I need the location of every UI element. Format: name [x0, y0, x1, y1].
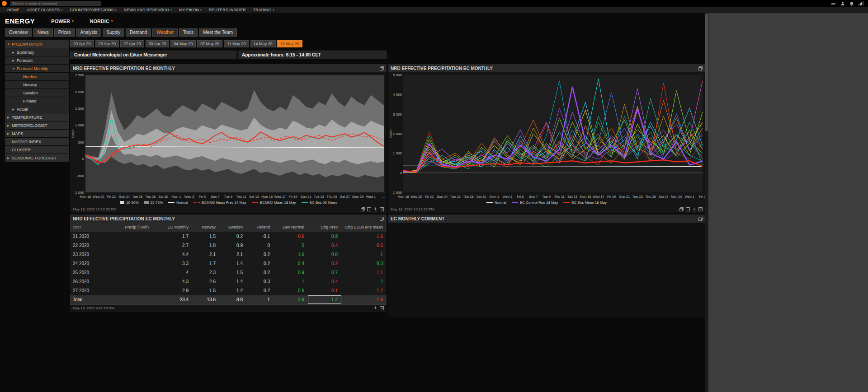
- tab-supply[interactable]: Supply: [103, 28, 125, 37]
- tab-meet-the-team[interactable]: Meet the Team: [199, 28, 237, 37]
- column-header-norway[interactable]: Norway: [192, 223, 219, 232]
- comment-panel: EC MONTHLY COMMENT: [388, 215, 705, 317]
- timestamp: May 18, 2020 10:13:25 PM: [73, 207, 116, 211]
- power-menu[interactable]: POWER▾: [51, 19, 73, 24]
- nordic-menu[interactable]: NORDIC▾: [90, 19, 113, 24]
- table-cell: -1.6: [341, 232, 387, 241]
- sidebar-item-label: TEMPERATURE: [12, 115, 42, 120]
- svg-text:1 500: 1 500: [75, 107, 85, 111]
- sidebar-item-meteorologist[interactable]: ▶METEOROLOGIST: [5, 121, 69, 129]
- menu-item-asset-classes[interactable]: ASSET CLASSES▾: [23, 8, 66, 12]
- sidebar-item-summary[interactable]: ▶Summary: [5, 48, 69, 56]
- popout-icon[interactable]: [380, 66, 384, 70]
- column-header-dev-normal[interactable]: Dev Normal: [274, 223, 308, 232]
- tab-analysis[interactable]: Analysis: [76, 28, 101, 37]
- svg-text:i: i: [369, 208, 370, 211]
- tab-demand[interactable]: Demand: [126, 28, 151, 37]
- column-header-ec-monthly[interactable]: EC Monthly: [152, 223, 192, 232]
- date-button-18-may-20[interactable]: 18 May 20: [277, 40, 303, 47]
- table-cell: 1.2: [308, 295, 341, 304]
- panel-columns: NRD EFFECTIVE PRECIPITATION EC MONTHLY -…: [70, 64, 705, 317]
- download-icon[interactable]: [692, 207, 696, 211]
- legend-label: Normal: [495, 201, 506, 205]
- column-header-precip-twh[interactable]: Precip (TWh): [109, 223, 152, 232]
- signal-icon[interactable]: [859, 1, 863, 5]
- date-button-23-apr-20[interactable]: 23 Apr 20: [95, 40, 119, 47]
- notifications-icon[interactable]: [849, 1, 854, 6]
- sidebar-item-seasonal-forecast[interactable]: ▶SEASONAL FORECAST: [5, 154, 69, 162]
- sidebar-item-forecast-monthly[interactable]: ▼Forecast Monthly: [5, 65, 69, 72]
- table-cell: 1.6: [274, 250, 308, 259]
- menu-item-my-eikon[interactable]: MY EIKON▾: [175, 8, 205, 12]
- date-button-27-apr-20[interactable]: 27 Apr 20: [120, 40, 144, 47]
- menu-item-home[interactable]: HOME: [4, 8, 23, 12]
- menu-item-reuters-insider[interactable]: REUTERS INSIDER: [205, 8, 250, 12]
- sidebar-item-norway[interactable]: Norway: [5, 81, 69, 89]
- legend-label: 25-75%: [151, 201, 163, 205]
- popout-icon[interactable]: [380, 217, 384, 221]
- svg-text:Wed 3: Wed 3: [184, 195, 194, 199]
- svg-text:Tue 9: Tue 9: [542, 195, 551, 199]
- column-header-cest[interactable]: CEST: [70, 223, 109, 232]
- info-icon[interactable]: i: [367, 207, 371, 211]
- sidebar-item-forecast[interactable]: ▶Forecast: [5, 56, 69, 64]
- menu-icon[interactable]: [831, 1, 836, 5]
- tab-news[interactable]: News: [33, 28, 53, 37]
- menu-item-countries-regions[interactable]: COUNTRIES/REGIONS▾: [66, 8, 120, 12]
- info-icon[interactable]: i: [686, 207, 690, 211]
- export-icon[interactable]: [679, 207, 684, 211]
- svg-text:Wed 3: Wed 3: [503, 195, 513, 199]
- download-icon[interactable]: [373, 306, 377, 310]
- date-button-30-apr-20[interactable]: 30 Apr 20: [146, 40, 170, 47]
- table-cell: -0.1: [308, 286, 341, 295]
- date-button-14-may-20[interactable]: 14 May 20: [250, 40, 276, 47]
- table-cell: 26 2020: [70, 277, 109, 286]
- sidebar-item-actual[interactable]: ▶Actual: [5, 105, 69, 113]
- sidebar-item-nao-ao-index[interactable]: NAO/AO INDEX: [5, 138, 69, 145]
- top-command-bar: [0, 0, 868, 7]
- table-cell: -1.6: [341, 295, 387, 304]
- scrollbar-thumb[interactable]: [705, 14, 708, 131]
- tab-weather[interactable]: Weather: [152, 28, 178, 37]
- tab-tools[interactable]: Tools: [179, 28, 198, 37]
- tab-prices[interactable]: Prices: [54, 28, 75, 37]
- legend-label: ECMND Mean Prev 14 May: [202, 201, 246, 205]
- popout-icon[interactable]: [698, 217, 703, 221]
- legend-label: 10-90%: [126, 201, 139, 205]
- profile-icon[interactable]: [840, 1, 845, 6]
- search-input[interactable]: [10, 1, 101, 6]
- legend-item: ECMND Mean Prev 14 May: [193, 201, 246, 205]
- sidebar-item-maps[interactable]: ▶MAPS: [5, 130, 69, 137]
- date-button-11-may-20[interactable]: 11 May 20: [224, 40, 249, 47]
- sidebar-item-label: Actual: [17, 107, 28, 112]
- excel-export-icon[interactable]: [380, 207, 384, 211]
- export-icon[interactable]: [361, 207, 365, 211]
- svg-text:GWh: GWh: [389, 130, 393, 138]
- column-header-sweden[interactable]: Sweden: [219, 223, 246, 232]
- sidebar-item-sweden[interactable]: Sweden: [5, 89, 69, 97]
- scrollbar[interactable]: [705, 13, 708, 392]
- download-icon[interactable]: [373, 207, 377, 211]
- column-header-finland[interactable]: Finland: [246, 223, 274, 232]
- sidebar-item-finland[interactable]: Finland: [5, 97, 69, 105]
- sidebar-item-temperature[interactable]: ▶TEMPERATURE: [5, 113, 69, 121]
- table-cell: -1.1: [341, 268, 387, 277]
- tab-overview[interactable]: Overview: [5, 28, 32, 37]
- column-header-chg-prev[interactable]: Chg Prev: [308, 223, 341, 232]
- column-header-chg-ec00-ens-mean[interactable]: Chg EC00 ens mean: [341, 223, 387, 232]
- legend-item: EC Ens Mean 18 May: [563, 201, 607, 205]
- date-button-04-may-20[interactable]: 04 May 20: [170, 40, 196, 47]
- popout-icon[interactable]: [698, 66, 703, 70]
- eikon-logo-icon[interactable]: [2, 1, 7, 6]
- sidebar-item-nordics[interactable]: Nordics: [5, 73, 69, 80]
- legend-label: ECMND Mean 18 May: [260, 201, 296, 205]
- svg-text:Sat 13: Sat 13: [249, 195, 259, 199]
- excel-export-icon[interactable]: [698, 207, 703, 211]
- menu-item-news-and-research[interactable]: NEWS AND RESEARCH▾: [120, 8, 175, 12]
- date-button-07-may-20[interactable]: 07 May 20: [197, 40, 222, 47]
- date-button-20-apr-20[interactable]: 20 Apr 20: [70, 40, 94, 47]
- sidebar-item-precipitation[interactable]: ▼PRECIPITATION: [5, 40, 69, 48]
- menu-item-trading[interactable]: TRADING▾: [250, 8, 278, 12]
- excel-export-icon[interactable]: [380, 306, 384, 310]
- sidebar-item-cluster[interactable]: CLUSTER: [5, 146, 69, 154]
